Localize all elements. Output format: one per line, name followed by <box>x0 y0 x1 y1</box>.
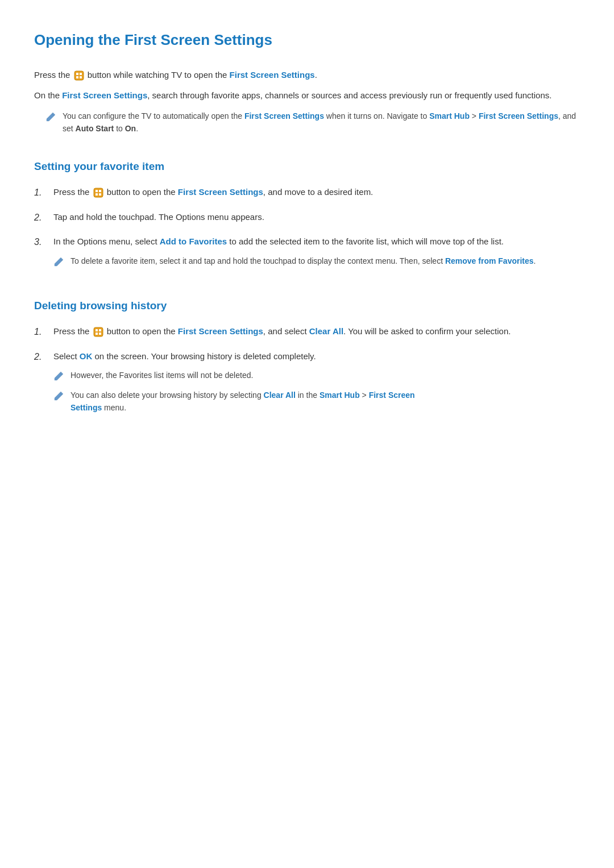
list-item-fav-1: 1. Press the button to open the First Sc… <box>34 185 580 200</box>
section-heading-delete-history: Deleting browsing history <box>34 297 580 314</box>
intro-note: You can configure the TV to automaticall… <box>45 110 580 135</box>
remote-button-icon-del1 <box>93 327 103 337</box>
svg-rect-14 <box>99 193 101 196</box>
svg-rect-13 <box>96 193 98 196</box>
svg-rect-16 <box>96 329 98 331</box>
list-item-del-1: 1. Press the button to open the First Sc… <box>34 325 580 339</box>
note-del-2a: However, the Favorites list items will n… <box>53 369 580 381</box>
svg-rect-19 <box>99 333 101 335</box>
note-del-2b: You can also delete your browsing histor… <box>53 389 580 414</box>
link-smart-hub-1[interactable]: Smart Hub <box>429 111 470 121</box>
intro-note-text: You can configure the TV to automaticall… <box>63 110 580 135</box>
link-smart-hub-2[interactable]: Smart Hub <box>320 391 360 400</box>
link-first-screen-fav1[interactable]: First Screen Settings <box>178 187 263 197</box>
pencil-icon-del2a <box>53 370 65 381</box>
intro-paragraph-1: Press the button while watching TV to op… <box>34 68 580 82</box>
link-remove-from-favorites[interactable]: Remove from Favorites <box>445 256 534 265</box>
svg-rect-6 <box>76 73 78 75</box>
auto-start-label: Auto Start <box>76 124 114 133</box>
list-number-del-1: 1. <box>34 325 48 339</box>
svg-rect-9 <box>80 76 82 78</box>
favorites-list: 1. Press the button to open the First Sc… <box>34 185 580 274</box>
on-label: On <box>125 124 136 133</box>
link-first-screen-settings-2[interactable]: First Screen Settings <box>62 90 147 100</box>
list-item-del-2: 2. Select OK on the screen. Your browsin… <box>34 350 580 421</box>
link-first-screen-settings-note[interactable]: First Screen Settings <box>244 111 324 121</box>
svg-rect-12 <box>99 190 101 192</box>
svg-rect-18 <box>96 333 98 335</box>
link-clear-all-2[interactable]: Clear All <box>264 391 296 400</box>
link-first-screen-settings-3[interactable]: First Screen Settings <box>479 111 558 121</box>
link-first-screen-settings-del2[interactable]: First ScreenSettings <box>70 391 415 412</box>
list-item-fav-3: 3. In the Options menu, select Add to Fa… <box>34 235 580 274</box>
list-content-fav-1: Press the button to open the First Scree… <box>53 185 580 200</box>
delete-history-list: 1. Press the button to open the First Sc… <box>34 325 580 421</box>
link-add-to-favorites[interactable]: Add to Favorites <box>160 236 227 246</box>
pencil-icon-fav3 <box>53 256 65 267</box>
pencil-icon-intro <box>45 111 57 122</box>
note-del-2a-text: However, the Favorites list items will n… <box>70 369 253 381</box>
svg-rect-17 <box>99 329 101 331</box>
list-number-fav-2: 2. <box>34 210 48 225</box>
svg-rect-15 <box>94 327 103 337</box>
note-fav-3-text: To delete a favorite item, select it and… <box>70 255 536 267</box>
list-number-del-2: 2. <box>34 350 48 364</box>
list-content-fav-3: In the Options menu, select Add to Favor… <box>53 235 580 274</box>
list-content-fav-2: Tap and hold the touchpad. The Options m… <box>53 210 580 225</box>
svg-rect-7 <box>80 73 82 75</box>
note-fav-3: To delete a favorite item, select it and… <box>53 255 580 267</box>
link-first-screen-settings-1[interactable]: First Screen Settings <box>230 70 315 80</box>
intro-paragraph-2: On the First Screen Settings, search thr… <box>34 89 580 103</box>
svg-rect-10 <box>94 188 103 197</box>
list-number-fav-3: 3. <box>34 235 48 250</box>
list-content-del-2: Select OK on the screen. Your browsing h… <box>53 350 580 421</box>
svg-rect-5 <box>74 71 84 80</box>
pencil-icon-del2b <box>53 390 65 401</box>
list-number-fav-1: 1. <box>34 185 48 200</box>
list-content-del-1: Press the button to open the First Scree… <box>53 325 580 339</box>
svg-rect-8 <box>76 76 78 78</box>
remote-button-icon-fav1 <box>93 188 103 198</box>
link-clear-all-1[interactable]: Clear All <box>309 326 343 336</box>
svg-rect-11 <box>96 190 98 192</box>
page-title: Opening the First Screen Settings <box>34 28 580 55</box>
list-item-fav-2: 2. Tap and hold the touchpad. The Option… <box>34 210 580 225</box>
link-ok[interactable]: OK <box>80 351 93 361</box>
note-del-2b-text: You can also delete your browsing histor… <box>70 389 415 414</box>
section-heading-favorites: Setting your favorite item <box>34 158 580 175</box>
remote-button-icon-1 <box>74 70 84 81</box>
link-first-screen-del1[interactable]: First Screen Settings <box>178 326 263 336</box>
